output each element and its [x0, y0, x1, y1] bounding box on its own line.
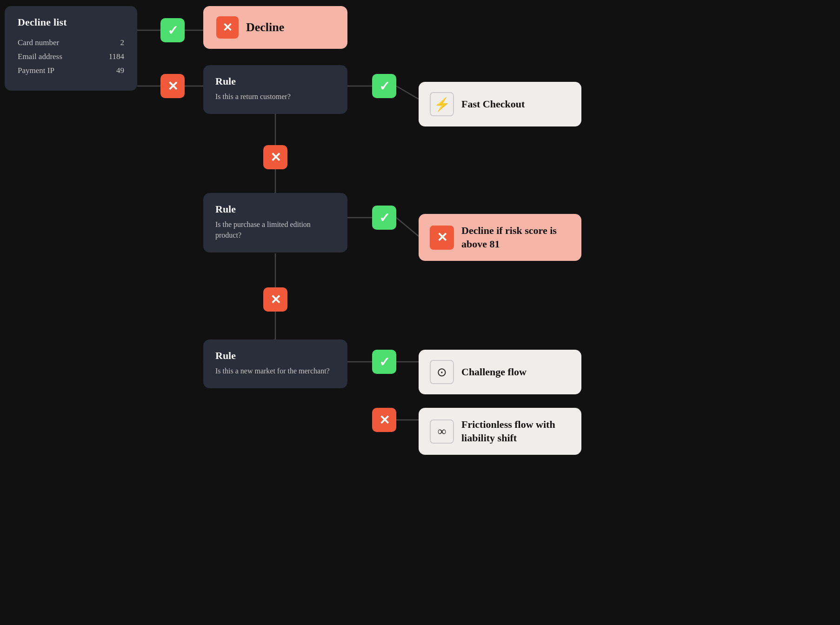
svg-line-10	[396, 218, 419, 236]
fast-checkout-icon: ⚡	[430, 92, 454, 116]
decline-action-label: Decline	[246, 20, 284, 34]
badge-x-rule3: ✕	[372, 408, 396, 432]
frictionless-flow-label: Frictionless flow with liability shift	[461, 418, 570, 445]
fast-checkout-box: ⚡ Fast Checkout	[419, 82, 581, 126]
decline-list-panel: Decline list Card number 2 Email address…	[5, 6, 137, 91]
decline-list-label-card: Card number	[18, 38, 59, 47]
rule1-description: Is this a return customer?	[215, 91, 335, 102]
frictionless-flow-box: ∞ Frictionless flow with liability shift	[419, 408, 581, 455]
badge-check-rule1: ✓	[372, 74, 396, 98]
badge-x-rule1-connector: ✕	[160, 74, 185, 98]
rule2-description: Is the purchase a limited edition produc…	[215, 219, 335, 240]
badge-check-rule3: ✓	[372, 350, 396, 374]
decline-list-count-card: 2	[120, 38, 125, 47]
badge-x-mid2: ✕	[263, 287, 287, 312]
rule1-title: Rule	[215, 75, 335, 87]
decline-x-icon: ✕	[216, 16, 239, 39]
challenge-flow-label: Challenge flow	[461, 366, 527, 379]
rule3-title: Rule	[215, 350, 335, 362]
rule-box-2: Rule Is the purchase a limited edition p…	[203, 193, 347, 253]
badge-check-rule2: ✓	[372, 206, 396, 230]
decline-list-count-ip: 49	[116, 66, 124, 75]
rule2-title: Rule	[215, 203, 335, 215]
decline-list-title: Decline list	[18, 16, 124, 28]
svg-line-5	[396, 86, 419, 99]
decline-list-label-ip: Payment IP	[18, 66, 54, 75]
decline-list-count-email: 1184	[109, 52, 124, 61]
decline-risk-box: ✕ Decline if risk score is above 81	[419, 214, 581, 261]
fast-checkout-label: Fast Checkout	[461, 98, 525, 111]
decline-list-row: Card number 2	[18, 36, 124, 50]
decline-risk-icon: ✕	[430, 226, 454, 250]
badge-x-mid1: ✕	[263, 145, 287, 169]
decline-action-top: ✕ Decline	[203, 6, 347, 49]
challenge-flow-icon: ⊙	[430, 360, 454, 384]
challenge-flow-box: ⊙ Challenge flow	[419, 350, 581, 394]
decline-list-row: Email address 1184	[18, 50, 124, 64]
decline-list-row: Payment IP 49	[18, 64, 124, 78]
rule-box-3: Rule Is this a new market for the mercha…	[203, 339, 347, 388]
decline-risk-label: Decline if risk score is above 81	[461, 224, 570, 251]
badge-check-top: ✓	[160, 18, 185, 42]
rule-box-1: Rule Is this a return customer?	[203, 65, 347, 114]
decline-list-label-email: Email address	[18, 52, 62, 61]
rule3-description: Is this a new market for the merchant?	[215, 366, 335, 376]
frictionless-flow-icon: ∞	[430, 419, 454, 444]
